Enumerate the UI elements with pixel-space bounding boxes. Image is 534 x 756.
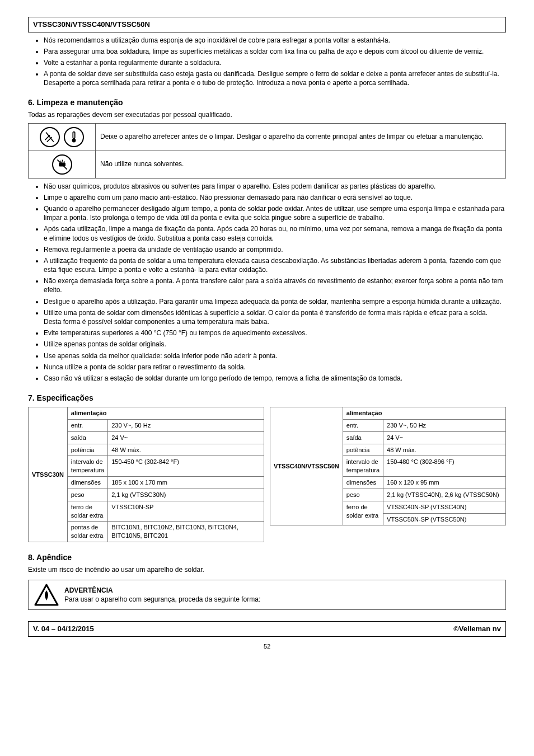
cell-k: saída (67, 431, 107, 444)
fire-warning-text: ADVERTÊNCIA Para usar o aparelho com seg… (64, 586, 500, 604)
warning-title: ADVERTÊNCIA (64, 586, 500, 595)
section-6-sub: Todas as reparações devem ser executadas… (28, 110, 506, 119)
cell-v: 48 W máx. (108, 444, 264, 456)
list-item: Para assegurar uma boa soldadura, limpe … (44, 47, 506, 56)
fire-warning: ADVERTÊNCIA Para usar o aparelho com seg… (28, 580, 506, 610)
footer-left: V. 04 – 04/12/2015 (33, 624, 94, 634)
cell-v: BITC10N1, BITC10N2, BITC10N3, BITC10N4, … (108, 522, 264, 542)
header-model: VTSSC30N/VTSSC40N/VTSSC50N (33, 20, 150, 30)
no-solvent-cell (29, 151, 96, 178)
row-label: alimentação (67, 407, 264, 420)
list-item: Use apenas solda da melhor qualidade: so… (44, 351, 506, 360)
cell-k: entr. (67, 419, 107, 431)
cell-v: 24 V~ (383, 431, 506, 444)
row-label: ferro de soldar extra (343, 501, 383, 525)
no-solvent-icon (52, 154, 72, 175)
list-item: Utilize apenas pontas de soldar originai… (44, 340, 506, 349)
spec-left: VTSSC30N alimentação entr.230 V~, 50 Hz … (28, 407, 264, 542)
row-label: dimensões (343, 477, 383, 489)
cell-k: saída (343, 431, 383, 444)
page-footer: V. 04 – 04/12/2015 ©Velleman nv (28, 621, 506, 637)
cell-v: 48 W máx. (383, 444, 506, 456)
spec-columns: VTSSC30N alimentação entr.230 V~, 50 Hz … (28, 407, 506, 542)
page-header: VTSSC30N/VTSSC40N/VTSSC50N (28, 17, 506, 32)
cell-v: 24 V~ (108, 431, 264, 444)
top-bullet-list: Nós recomendamos a utilização duma espon… (28, 36, 506, 88)
list-item: Evite temperaturas superiores a 400 °C (… (44, 328, 506, 337)
list-item: Após cada utilização, limpe a manga de f… (44, 224, 506, 242)
section-8-title: 8. Apêndice (28, 552, 506, 563)
cell-v: 160 x 120 x 95 mm (383, 477, 506, 489)
cell-v: 150-480 °C (302-896 °F) (383, 456, 506, 477)
list-item: Quando o aparelho permanecer desligado a… (44, 204, 506, 222)
list-item: Limpe o aparelho com um pano macio anti-… (44, 193, 506, 202)
row-label: peso (343, 489, 383, 501)
list-item: Volte a estanhar a ponta regularmente du… (44, 58, 506, 67)
warn-text-2: Não utilize nunca solventes. (96, 151, 506, 178)
svg-rect-0 (73, 132, 74, 138)
row-label: peso (67, 489, 107, 501)
cell-v: 230 V~, 50 Hz (108, 419, 264, 431)
cell-v: 150-450 °C (302-842 °F) (108, 456, 264, 477)
row-label: pontas de soldar extra (67, 522, 107, 542)
spec-table-left: VTSSC30N alimentação entr.230 V~, 50 Hz … (28, 407, 264, 542)
list-item: Utilize uma ponta de soldar com dimensõe… (44, 308, 506, 326)
row-label: potência (343, 444, 383, 456)
model-label-right: VTSSC40N/VTSSC50N (270, 407, 343, 525)
list-item: A ponta de soldar deve ser substituída c… (44, 69, 506, 87)
list-item: Nunca utilize a ponta de soldar para ret… (44, 363, 506, 372)
row-label: ferro de soldar extra (67, 501, 107, 522)
svg-point-1 (72, 138, 76, 142)
unplug-icon (40, 127, 60, 147)
list-item: Nós recomendamos a utilização duma espon… (44, 36, 506, 45)
section-6-title: 6. Limpeza e manutenção (28, 97, 506, 108)
thermometer-icon (64, 127, 84, 147)
row-label: intervalo de temperatura (67, 456, 107, 477)
spec-right: VTSSC40N/VTSSC50N alimentação entr.230 V… (270, 407, 506, 542)
list-item: Desligue o aparelho após a utilização. P… (44, 297, 506, 306)
unplug-temp-cell (29, 123, 96, 151)
list-item: Remova regularmente a poeira da unidade … (44, 245, 506, 254)
list-item: A utilização frequente da ponta de solda… (44, 256, 506, 274)
cell-v: VTSSC50N-SP (VTSSC50N) (383, 513, 506, 525)
list-item: Caso não vá utilizar a estação de soldar… (44, 374, 506, 383)
warn-text-1: Deixe o aparelho arrefecer antes de o li… (96, 123, 506, 151)
cell-v: 230 V~, 50 Hz (383, 419, 506, 431)
row-label: potência (67, 444, 107, 456)
list-item: Não exerça demasiada força sobre a ponta… (44, 276, 506, 294)
section-7-title: 7. Especificações (28, 393, 506, 403)
cell-v: VTSSC40N-SP (VTSSC40N) (383, 501, 506, 513)
model-label-left: VTSSC30N (29, 407, 68, 542)
row-label: dimensões (67, 477, 107, 489)
cell-v: 2,1 kg (VTSSC30N) (108, 489, 264, 501)
spec-table-right: VTSSC40N/VTSSC50N alimentação entr.230 V… (270, 407, 506, 525)
row-label: intervalo de temperatura (343, 456, 383, 477)
page-number: 52 (28, 642, 506, 651)
list-item: Não usar químicos, produtos abrasivos ou… (44, 182, 506, 191)
warning-subtext: Para usar o aparelho com segurança, proc… (64, 595, 500, 604)
cell-v: 2,1 kg (VTSSC40N), 2,6 kg (VTSSC50N) (383, 489, 506, 501)
cell-v: 185 x 100 x 170 mm (108, 477, 264, 489)
cell-v: VTSSC10N-SP (108, 501, 264, 522)
row-label: alimentação (343, 407, 505, 420)
section-6-bullets: Não usar químicos, produtos abrasivos ou… (28, 182, 506, 383)
warning-icon-table: Deixe o aparelho arrefecer antes de o li… (28, 123, 506, 179)
footer-right: ©Velleman nv (453, 624, 501, 634)
section-8-sub: Existe um risco de incêndio ao usar um a… (28, 565, 506, 574)
fire-warning-icon (34, 584, 59, 606)
cell-k: entr. (343, 419, 383, 431)
